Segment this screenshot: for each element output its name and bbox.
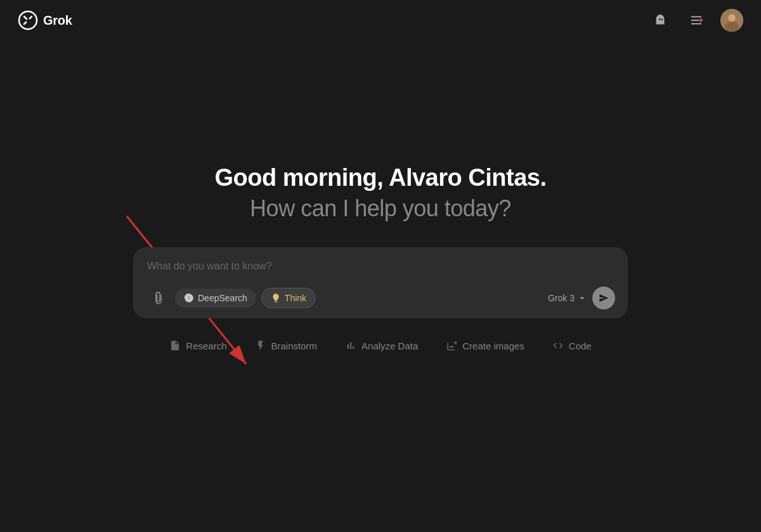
avatar-image [720, 9, 743, 32]
quick-actions: Research Brainstorm Analyze Data Create … [158, 334, 602, 358]
create-images-icon [446, 340, 457, 351]
deepsearch-button[interactable]: DeepSearch [175, 289, 256, 308]
model-selector[interactable]: Grok 3 [548, 293, 587, 303]
chat-input[interactable] [147, 259, 615, 274]
deepsearch-label: DeepSearch [198, 293, 247, 303]
create-images-button[interactable]: Create images [434, 334, 536, 358]
header-actions [649, 9, 743, 32]
send-button[interactable] [592, 287, 615, 309]
svg-rect-5 [691, 20, 699, 21]
chevron-down-icon [577, 293, 587, 303]
code-button[interactable]: Code [541, 334, 603, 358]
toolbar-left: DeepSearch Think [147, 287, 316, 309]
svg-point-11 [729, 15, 736, 22]
attach-icon [152, 292, 165, 304]
greeting-secondary: How can I help you today? [215, 195, 547, 222]
ghost-button[interactable] [649, 9, 672, 32]
input-toolbar: DeepSearch Think Grok 3 [147, 287, 615, 309]
svg-line-3 [24, 16, 27, 19]
code-icon [552, 340, 564, 351]
toolbar-right: Grok 3 [548, 287, 615, 309]
svg-point-10 [725, 22, 739, 32]
menu-button[interactable] [685, 9, 708, 32]
attach-button[interactable] [147, 287, 170, 309]
logo-text: Grok [43, 13, 72, 28]
analyze-data-label: Analyze Data [361, 341, 418, 351]
brainstorm-label: Brainstorm [271, 341, 318, 351]
main-content: Good morning, Alvaro Cintas. How can I h… [0, 41, 761, 532]
svg-rect-6 [691, 23, 702, 25]
header: Grok [0, 0, 761, 41]
brainstorm-icon [255, 340, 266, 351]
think-label: Think [285, 293, 306, 303]
research-label: Research [186, 341, 226, 351]
menu-icon [689, 13, 703, 27]
think-icon [271, 293, 281, 303]
analyze-data-button[interactable]: Analyze Data [334, 334, 429, 358]
research-icon [169, 340, 181, 351]
brainstorm-button[interactable]: Brainstorm [244, 334, 329, 358]
avatar[interactable] [720, 9, 743, 32]
greeting-primary: Good morning, Alvaro Cintas. [215, 164, 547, 191]
grok-logo-icon [18, 10, 38, 30]
input-container: DeepSearch Think Grok 3 [133, 247, 628, 318]
svg-point-7 [699, 18, 703, 22]
analyze-data-icon [345, 340, 356, 351]
svg-rect-4 [691, 16, 702, 18]
greeting: Good morning, Alvaro Cintas. How can I h… [215, 164, 547, 222]
think-button[interactable]: Think [261, 288, 316, 308]
deepsearch-icon [184, 293, 194, 303]
research-button[interactable]: Research [158, 334, 238, 358]
code-label: Code [569, 341, 592, 351]
ghost-icon [654, 13, 668, 27]
model-name: Grok 3 [548, 293, 575, 303]
logo[interactable]: Grok [18, 10, 72, 30]
create-images-label: Create images [462, 341, 524, 351]
send-icon [599, 293, 609, 303]
